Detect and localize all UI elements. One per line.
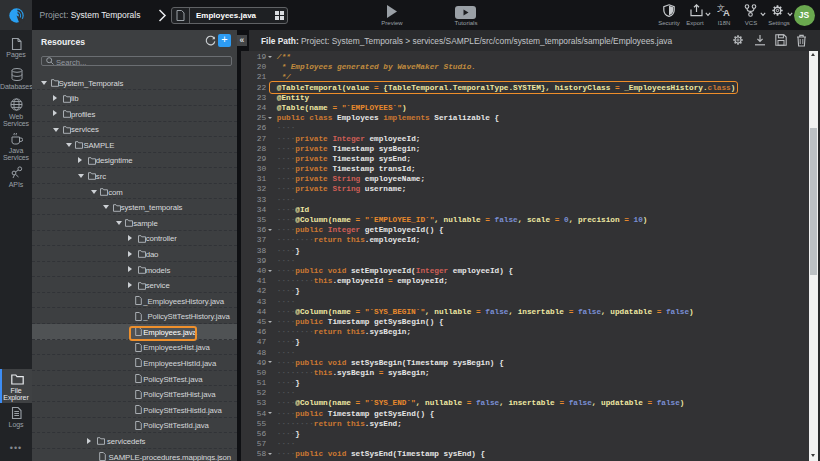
svg-text:A: A	[723, 7, 730, 17]
